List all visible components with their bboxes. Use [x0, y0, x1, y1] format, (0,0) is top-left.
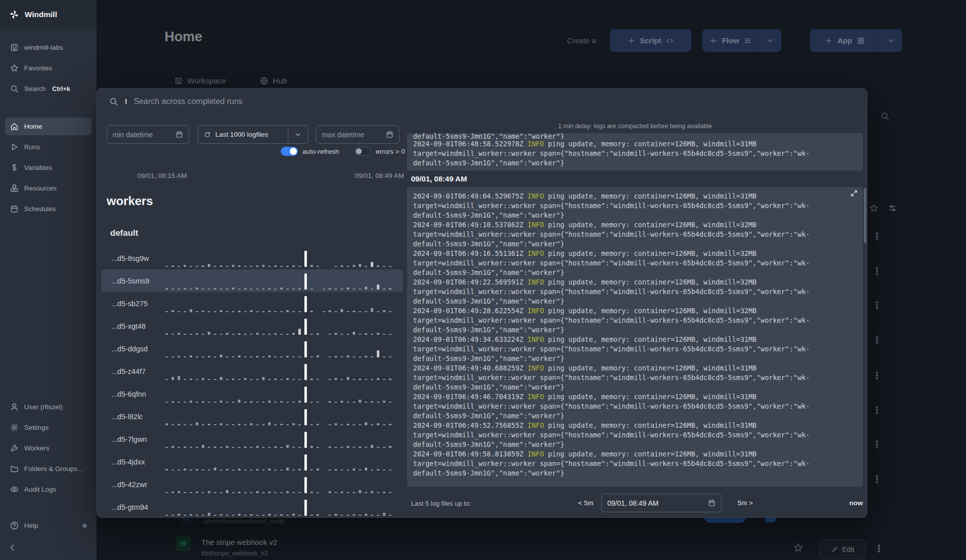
logfiles-select[interactable]: Last 1000 logfiles — [198, 125, 288, 144]
search-icon — [109, 97, 118, 106]
log-block: 2024-09-01T06:49:04.529675Z INFO ping up… — [407, 187, 863, 487]
auto-refresh-label: auto-refresh — [302, 148, 339, 155]
worker-row[interactable]: ...d5-5sms9 — [101, 269, 403, 292]
sidebar-item-label: Audit Logs — [24, 486, 56, 493]
log-level: INFO — [528, 278, 544, 286]
worker-row[interactable]: ...d5-l82lc — [101, 405, 403, 428]
worker-group-title: default — [110, 228, 138, 238]
worker-name: ...d5-7lgwn — [111, 435, 166, 443]
boxes-icon — [10, 184, 19, 193]
sidebar-item-label: Home — [24, 123, 42, 130]
sidebar-item-favorites[interactable]: Favorites — [5, 59, 92, 77]
worker-name: ...d5-xgt48 — [111, 322, 166, 330]
eye-icon — [10, 485, 19, 494]
max-datetime-input[interactable]: max datetime — [316, 125, 399, 144]
worker-row[interactable]: ...d5-gtm94 — [101, 496, 403, 518]
worker-row[interactable]: ...d5-6qfnn — [101, 383, 403, 405]
sidebar-bottom-group: User (rfiszel) Settings Workers Folders … — [0, 397, 97, 500]
sidebar-item-label: Favorites — [24, 64, 52, 72]
sidebar-item-audit-logs[interactable]: Audit Logs — [5, 481, 92, 498]
sidebar-item-settings[interactable]: Settings — [5, 419, 92, 436]
logfiles-dropdown-button[interactable] — [288, 125, 308, 144]
worker-activity-sparkline — [166, 250, 397, 267]
calendar-icon — [708, 499, 715, 507]
sidebar-item-help[interactable]: Help — [5, 517, 92, 534]
worker-activity-sparkline — [166, 431, 397, 448]
collapse-sidebar-button[interactable] — [8, 543, 17, 552]
worker-row[interactable]: ...d5-z44f7 — [101, 360, 403, 383]
footer-label: Last 5 log files up to: — [411, 500, 471, 507]
worker-row[interactable]: ...d5-4jdxx — [101, 450, 403, 473]
worker-name: ...d5-6qfnn — [111, 390, 166, 398]
worker-activity-sparkline — [166, 318, 397, 335]
back-5m-button[interactable]: < 5m — [578, 499, 593, 507]
sidebar-item-folders-groups[interactable]: Folders & Groups... — [5, 460, 92, 478]
log-level: INFO — [528, 450, 544, 458]
calendar-icon — [10, 205, 19, 213]
search-icon — [10, 84, 19, 93]
log-level: INFO — [528, 192, 544, 200]
worker-activity-sparkline — [166, 453, 397, 471]
log-level: INFO — [528, 221, 544, 229]
search-shortcut: Ctrl+k — [52, 85, 70, 92]
worker-row[interactable]: ...d5-ddgsd — [101, 337, 403, 360]
star-icon — [10, 64, 19, 72]
refresh-icon — [204, 131, 211, 138]
errors-only-label: errors > 0 — [376, 148, 405, 155]
auto-refresh-toggle[interactable] — [281, 147, 298, 156]
log-entry: 2024-09-01T06:49:52.756855Z INFO ping up… — [413, 421, 857, 449]
log-entry: 2024-09-01T06:49:58.813859Z INFO ping up… — [413, 449, 857, 478]
errors-only-toggle[interactable] — [354, 147, 371, 156]
sidebar-item-label: Resources — [24, 184, 57, 192]
log-level: INFO — [528, 249, 544, 257]
worker-list: ...d5-8sg9w ...d5-5sms9 ...d5-sb275 ...d… — [101, 247, 403, 518]
expand-icon[interactable] — [850, 190, 858, 197]
worker-activity-sparkline — [166, 272, 397, 290]
sidebar-item-variables[interactable]: Variables — [5, 159, 92, 176]
log-entry: 2024-09-01T06:49:34.633224Z INFO ping up… — [413, 335, 857, 363]
sidebar-item-label: Search — [24, 85, 46, 92]
worker-row[interactable]: ...d5-8sg9w — [101, 247, 403, 269]
worker-name: ...d5-42zwr — [111, 481, 166, 489]
sidebar-item-schedules[interactable]: Schedules — [5, 200, 92, 218]
sidebar-item-label: Folders & Groups... — [24, 465, 83, 473]
log-scrollbar[interactable] — [864, 188, 866, 243]
help-icon — [10, 521, 19, 530]
sidebar-item-resources[interactable]: Resources — [5, 179, 92, 197]
worker-activity-sparkline — [166, 476, 397, 493]
max-datetime-placeholder: max datetime — [322, 131, 364, 139]
sidebar-item-search[interactable]: Search Ctrl+k — [5, 80, 92, 98]
worker-row[interactable]: ...d5-7lgwn — [101, 428, 403, 450]
worker-name: ...d5-5sms9 — [111, 277, 166, 285]
worker-name: ...d5-4jdxx — [111, 458, 166, 466]
footer-datetime-input[interactable]: 09/01, 08:49 AM — [601, 494, 721, 512]
sidebar-item-home[interactable]: Home — [5, 118, 92, 135]
play-icon — [10, 143, 19, 151]
clipped-log-line: default-5sms9-Jmn1G","name":"worker"} — [413, 133, 857, 139]
workers-title: workers — [107, 194, 153, 208]
sidebar: Windmill windmill-labs Favorites Search … — [0, 0, 97, 560]
sidebar-item-user-rfiszel[interactable]: User (rfiszel) — [5, 398, 92, 416]
worker-row[interactable]: ...d5-xgt48 — [101, 315, 403, 337]
notification-dot — [83, 524, 87, 528]
runs-search-input[interactable] — [134, 97, 855, 106]
worker-name: ...d5-ddgsd — [111, 345, 166, 353]
sidebar-item-label: Workers — [24, 444, 49, 452]
log-entry: 2024-09-01T06:49:22.569591Z INFO ping up… — [413, 277, 857, 306]
log-entry: 2024-09-01T06:49:28.622554Z INFO ping up… — [413, 306, 857, 335]
forward-5m-button[interactable]: 5m > — [738, 499, 753, 507]
logfiles-select-value: Last 1000 logfiles — [215, 131, 268, 138]
sidebar-item-workers[interactable]: Workers — [5, 439, 92, 457]
sidebar-item-label: User (rfiszel) — [24, 403, 63, 411]
worker-row[interactable]: ...d5-sb275 — [101, 292, 403, 315]
now-button[interactable]: now — [849, 499, 863, 507]
sidebar-item-windmill-labs[interactable]: windmill-labs — [5, 39, 92, 56]
dollar-icon — [10, 163, 19, 172]
app-logo[interactable]: Windmill — [0, 0, 97, 29]
toggle-row: auto-refresh errors > 0 — [281, 147, 405, 156]
min-datetime-input[interactable]: min datetime — [107, 125, 189, 144]
worker-row[interactable]: ...d5-42zwr — [101, 473, 403, 496]
sidebar-item-runs[interactable]: Runs — [5, 138, 92, 156]
search-prefix: ! — [125, 97, 127, 106]
worker-name: ...d5-z44f7 — [111, 367, 166, 376]
